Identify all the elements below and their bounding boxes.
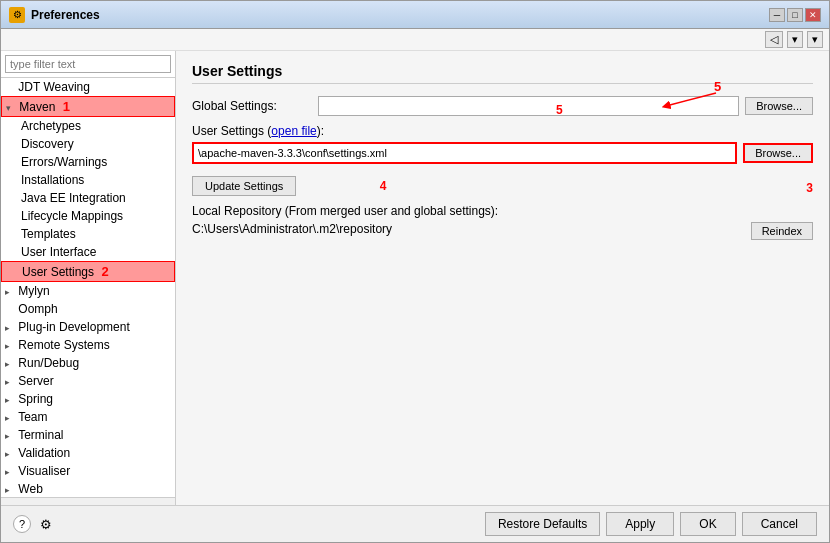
annotation-3: 3: [806, 181, 813, 195]
sidebar-tree: JDT Weaving ▾ Maven 1 Archetypes Discove…: [1, 78, 175, 497]
user-settings-row: Browse... 3: [192, 142, 813, 164]
restore-defaults-button[interactable]: Restore Defaults: [485, 512, 600, 536]
arrow-icon: ▸: [5, 449, 15, 459]
maximize-button[interactable]: □: [787, 8, 803, 22]
arrow-icon: ▸: [5, 341, 15, 351]
arrow-icon: ▸: [5, 395, 15, 405]
sidebar-label: Web: [18, 482, 42, 496]
cancel-button[interactable]: Cancel: [742, 512, 817, 536]
annotation-overlay: 5: [356, 51, 829, 505]
sidebar-label: Installations: [21, 173, 84, 187]
sidebar-item-terminal[interactable]: ▸ Terminal: [1, 426, 175, 444]
sidebar-label: Errors/Warnings: [21, 155, 107, 169]
sidebar-label: Archetypes: [21, 119, 81, 133]
apply-button[interactable]: Apply: [606, 512, 674, 536]
open-file-link[interactable]: open file: [271, 124, 316, 138]
sidebar-label: Terminal: [18, 428, 63, 442]
footer: ? ⚙ Restore Defaults Apply OK Cancel: [1, 505, 829, 542]
search-bar: [1, 51, 175, 78]
local-repo-label: Local Repository (From merged user and g…: [192, 204, 813, 218]
sidebar-label: Templates: [21, 227, 76, 241]
arrow-icon: ▸: [5, 359, 15, 369]
sidebar-item-visualiser[interactable]: ▸ Visualiser: [1, 462, 175, 480]
arrow-icon: ▸: [5, 467, 15, 477]
sidebar-label: Validation: [18, 446, 70, 460]
sidebar-label: User Settings: [22, 265, 94, 279]
sidebar-label: Lifecycle Mappings: [21, 209, 123, 223]
sidebar-item-templates[interactable]: Templates: [1, 225, 175, 243]
global-settings-input[interactable]: [318, 96, 739, 116]
help-button[interactable]: ?: [13, 515, 31, 533]
sidebar-item-plugin-dev[interactable]: ▸ Plug-in Development: [1, 318, 175, 336]
annotation-2: 2: [101, 264, 108, 279]
sidebar-label: Run/Debug: [18, 356, 79, 370]
arrow-icon: ▸: [5, 287, 15, 297]
sidebar-item-web[interactable]: ▸ Web: [1, 480, 175, 497]
title-bar: ⚙ Preferences ─ □ ✕: [1, 1, 829, 29]
global-settings-row: Global Settings: Browse... 5: [192, 96, 813, 116]
sidebar-item-archetypes[interactable]: Archetypes: [1, 117, 175, 135]
gear-button[interactable]: ⚙: [37, 515, 55, 533]
sidebar-item-remote-systems[interactable]: ▸ Remote Systems: [1, 336, 175, 354]
sidebar-item-spring[interactable]: ▸ Spring: [1, 390, 175, 408]
user-settings-input[interactable]: [192, 142, 737, 164]
sidebar-item-java-ee[interactable]: Java EE Integration: [1, 189, 175, 207]
sidebar-label: User Interface: [21, 245, 96, 259]
sidebar-label: Discovery: [21, 137, 74, 151]
sidebar-label: Remote Systems: [18, 338, 109, 352]
sidebar-item-oomph[interactable]: Oomph: [1, 300, 175, 318]
back-button[interactable]: ◁: [765, 31, 783, 48]
sidebar-item-jdt-weaving[interactable]: JDT Weaving: [1, 78, 175, 96]
sidebar-label: Team: [18, 410, 47, 424]
title-bar-left: ⚙ Preferences: [9, 7, 100, 23]
global-settings-label: Global Settings:: [192, 99, 312, 113]
sidebar-item-lifecycle[interactable]: Lifecycle Mappings: [1, 207, 175, 225]
sidebar-item-installations[interactable]: Installations: [1, 171, 175, 189]
global-settings-browse-button[interactable]: Browse...: [745, 97, 813, 115]
reindex-button[interactable]: Reindex: [751, 222, 813, 240]
ok-button[interactable]: OK: [680, 512, 735, 536]
local-repo-row: C:\Users\Administrator\.m2\repository Re…: [192, 222, 813, 244]
sidebar-item-user-settings[interactable]: User Settings 2: [1, 261, 175, 282]
sidebar-bottom: [1, 497, 175, 505]
window-title: Preferences: [31, 8, 100, 22]
sidebar-item-run-debug[interactable]: ▸ Run/Debug: [1, 354, 175, 372]
sidebar-item-mylyn[interactable]: ▸ Mylyn: [1, 282, 175, 300]
sidebar-label: Mylyn: [18, 284, 49, 298]
sidebar-label: Server: [18, 374, 53, 388]
window-controls: ─ □ ✕: [769, 8, 821, 22]
user-settings-browse-button[interactable]: Browse...: [743, 143, 813, 163]
arrow-icon: ▸: [5, 431, 15, 441]
sidebar-item-team[interactable]: ▸ Team: [1, 408, 175, 426]
sidebar-item-user-interface[interactable]: User Interface: [1, 243, 175, 261]
top-toolbar: ◁ ▾ ▾: [1, 29, 829, 51]
minimize-button[interactable]: ─: [769, 8, 785, 22]
arrow-icon: ▸: [5, 323, 15, 333]
page-title: User Settings: [192, 63, 813, 84]
sidebar-label: Plug-in Development: [18, 320, 129, 334]
app-icon: ⚙: [9, 7, 25, 23]
main-panel: User Settings Global Settings: Browse...…: [176, 51, 829, 505]
sidebar-label: Java EE Integration: [21, 191, 126, 205]
forward-button[interactable]: ▾: [787, 31, 803, 48]
sidebar: JDT Weaving ▾ Maven 1 Archetypes Discove…: [1, 51, 176, 505]
arrow-icon: ▸: [5, 485, 15, 495]
sidebar-label: Maven: [19, 100, 55, 114]
sidebar-label: Oomph: [18, 302, 57, 316]
update-settings-button[interactable]: Update Settings: [192, 176, 296, 196]
local-repo-path: C:\Users\Administrator\.m2\repository: [192, 222, 745, 244]
sidebar-item-discovery[interactable]: Discovery: [1, 135, 175, 153]
annotation-5: 5: [556, 103, 563, 117]
sidebar-item-validation[interactable]: ▸ Validation: [1, 444, 175, 462]
menu-button[interactable]: ▾: [807, 31, 823, 48]
sidebar-item-server[interactable]: ▸ Server: [1, 372, 175, 390]
annotation-1: 1: [63, 99, 70, 114]
sidebar-item-errors-warnings[interactable]: Errors/Warnings: [1, 153, 175, 171]
preferences-window: ⚙ Preferences ─ □ ✕ ◁ ▾ ▾ JDT Weaving: [0, 0, 830, 543]
sidebar-item-maven[interactable]: ▾ Maven 1: [1, 96, 175, 117]
search-input[interactable]: [5, 55, 171, 73]
update-settings-row: Update Settings 4: [192, 172, 813, 204]
user-settings-label-row: User Settings (open file):: [192, 124, 813, 138]
sidebar-label: Spring: [18, 392, 53, 406]
close-button[interactable]: ✕: [805, 8, 821, 22]
